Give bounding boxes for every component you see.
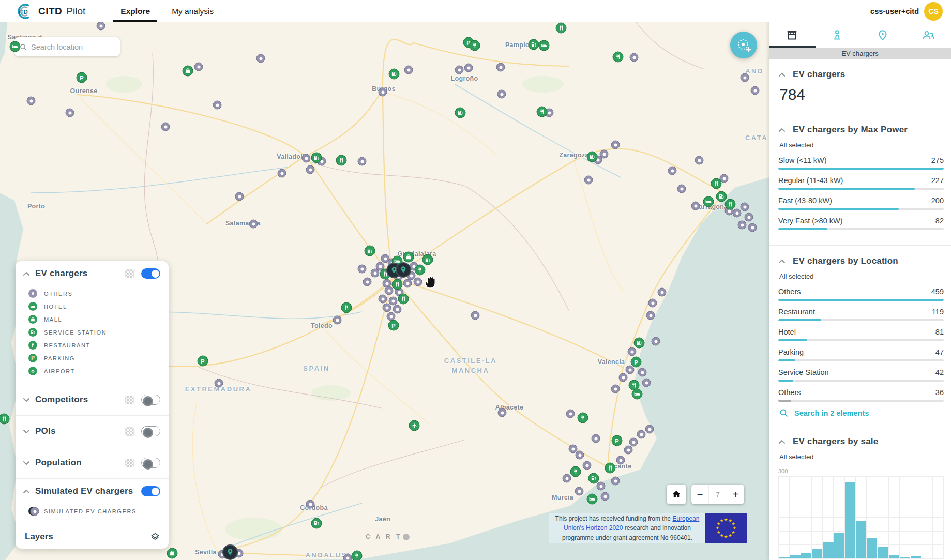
zoom-out-button[interactable]: − (691, 485, 708, 504)
layer-section-competitors[interactable]: Competitors (16, 384, 169, 415)
marker-restaurant[interactable] (613, 52, 624, 63)
layer-toggle[interactable] (141, 395, 160, 405)
avatar[interactable]: CS (924, 2, 943, 21)
map-home-button[interactable] (667, 485, 686, 504)
marker-mall[interactable] (403, 252, 414, 263)
marker-others[interactable] (343, 554, 352, 560)
marker-service-station[interactable] (529, 39, 539, 50)
tab-my-analysis[interactable]: My analysis (168, 0, 218, 22)
marker-restaurant[interactable] (725, 199, 736, 210)
marker-others[interactable] (638, 368, 647, 377)
layer-toggle[interactable] (141, 268, 160, 279)
marker-parking[interactable]: P (388, 320, 399, 331)
marker-others[interactable] (358, 265, 367, 274)
marker-restaurant[interactable] (570, 466, 581, 477)
layer-toggle[interactable] (141, 486, 160, 496)
opacity-swatch[interactable] (125, 427, 134, 436)
meter-others[interactable]: Others36 (778, 388, 944, 402)
layer-toggle[interactable] (141, 426, 160, 436)
marker-parking[interactable]: P (631, 357, 642, 368)
meter-others[interactable]: Others459 (778, 287, 944, 301)
marker-others[interactable] (455, 66, 464, 74)
marker-simulated-ev-charger[interactable] (222, 544, 238, 560)
marker-others[interactable] (583, 461, 592, 470)
marker-restaurant[interactable] (556, 23, 567, 34)
marker-others[interactable] (213, 101, 222, 110)
marker-restaurant[interactable] (537, 107, 548, 117)
marker-hotel[interactable] (587, 494, 598, 505)
marker-mall[interactable] (167, 548, 178, 559)
marker-service-station[interactable] (311, 153, 322, 163)
marker-others[interactable] (569, 445, 578, 453)
marker-others[interactable] (597, 482, 606, 491)
meter-service-station[interactable]: Service Station42 (778, 368, 944, 382)
marker-others[interactable] (404, 66, 413, 74)
layer-section-ev-chargers[interactable]: EV chargers (16, 261, 169, 286)
marker-others[interactable] (306, 500, 315, 509)
marker-others[interactable] (161, 123, 170, 131)
marker-service-station[interactable] (455, 108, 466, 118)
marker-hotel[interactable] (539, 40, 550, 51)
marker-others[interactable] (601, 492, 610, 501)
tab-pois[interactable] (860, 26, 905, 44)
marker-others[interactable] (496, 63, 505, 72)
tab-explore[interactable]: Explore (116, 0, 154, 22)
marker-others[interactable] (741, 203, 749, 211)
marker-others[interactable] (619, 373, 628, 382)
marker-others[interactable] (741, 73, 749, 82)
marker-others[interactable] (658, 288, 667, 297)
marker-airport[interactable] (409, 420, 420, 431)
layer-section-pois[interactable]: POIs (16, 416, 169, 447)
marker-others[interactable] (235, 192, 244, 201)
layer-toggle[interactable] (141, 458, 160, 468)
marker-others[interactable] (66, 109, 74, 117)
layer-section-population[interactable]: Population (16, 447, 169, 478)
chevron-down-icon[interactable] (23, 461, 35, 465)
marker-restaurant[interactable] (578, 413, 588, 423)
marker-service-station[interactable] (634, 338, 645, 349)
marker-others[interactable] (385, 286, 394, 295)
marker-others[interactable] (646, 311, 655, 320)
chevron-up-icon[interactable] (23, 271, 35, 276)
marker-others[interactable] (611, 385, 620, 393)
marker-others[interactable] (645, 425, 654, 434)
search-input[interactable] (31, 43, 115, 51)
sale-histogram[interactable] (778, 476, 944, 559)
meter-fast-43-80-kw-[interactable]: Fast (43-80 kW)200 (778, 196, 944, 210)
marker-restaurant[interactable] (415, 265, 426, 276)
chevron-up-icon[interactable] (23, 489, 35, 494)
marker-others[interactable] (691, 202, 700, 210)
marker-others[interactable] (498, 408, 507, 417)
marker-service-station[interactable] (587, 152, 598, 162)
collapse-chevron-icon[interactable] (778, 125, 786, 134)
marker-others[interactable] (630, 53, 639, 62)
marker-restaurant[interactable] (336, 155, 347, 166)
marker-others[interactable] (751, 86, 760, 95)
marker-others[interactable] (302, 154, 311, 163)
marker-others[interactable] (611, 477, 620, 486)
marker-restaurant[interactable] (711, 178, 722, 189)
marker-others[interactable] (194, 63, 203, 71)
marker-others[interactable] (379, 88, 387, 97)
marker-others[interactable] (575, 487, 584, 496)
location-search-box[interactable] (14, 37, 120, 56)
meter-parking[interactable]: Parking47 (778, 348, 944, 361)
marker-service-station[interactable] (422, 254, 433, 265)
marker-others[interactable] (278, 169, 286, 178)
collapse-chevron-icon[interactable] (778, 70, 786, 79)
zoom-in-button[interactable]: + (727, 485, 744, 504)
marker-service-station[interactable] (588, 473, 599, 484)
marker-others[interactable] (306, 165, 315, 174)
meter-regular-11-43-kw-[interactable]: Regular (11-43 kW)227 (778, 176, 944, 190)
marker-others[interactable] (363, 278, 372, 286)
marker-others[interactable] (497, 90, 506, 99)
meter-very-fast-80-kw-[interactable]: Very Fast (>80 kW)82 (778, 217, 944, 230)
marker-others[interactable] (637, 430, 646, 439)
marker-others[interactable] (738, 221, 747, 230)
tab-ev-chargers[interactable] (769, 26, 814, 44)
marker-others[interactable] (624, 446, 633, 455)
marker-others[interactable] (358, 157, 367, 166)
marker-others[interactable] (566, 410, 575, 418)
marker-restaurant[interactable] (392, 279, 403, 290)
marker-restaurant[interactable] (341, 302, 352, 313)
